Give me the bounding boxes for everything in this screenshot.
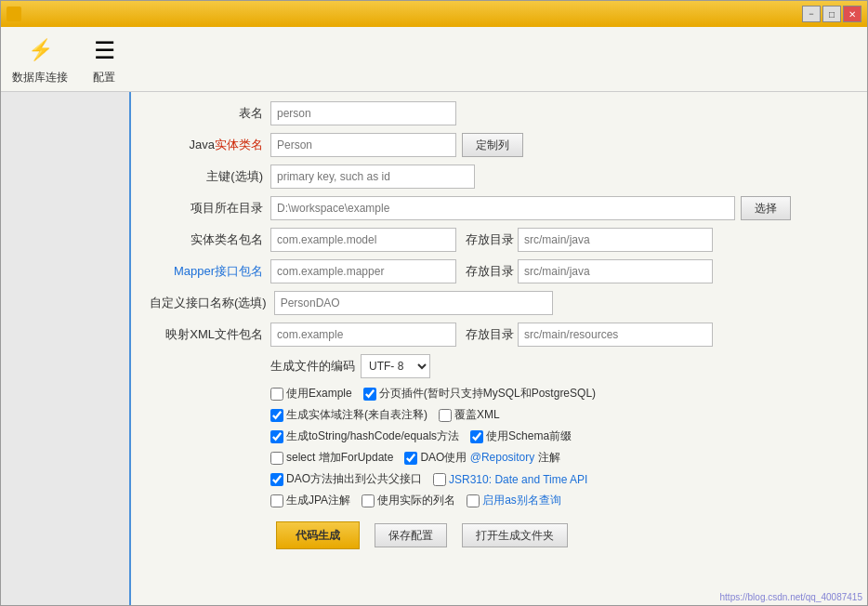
jsr310-item: JSR310: Date and Time API: [433, 473, 587, 486]
tostring-checkbox[interactable]: [270, 430, 283, 443]
encoding-select[interactable]: UTF- 8 GBK GB2312: [361, 354, 430, 378]
pagination-checkbox[interactable]: [363, 388, 376, 401]
alias-query-checkbox[interactable]: [467, 494, 480, 507]
app-icon: [7, 7, 21, 21]
dao-abstract-label: DAO方法抽出到公共父接口: [286, 471, 422, 487]
checkbox-row-6: 生成JPA注解 使用实际的列名 启用as别名查询: [270, 493, 848, 508]
use-schema-item: 使用Schema前缀: [470, 428, 572, 444]
minimize-button[interactable]: －: [802, 6, 821, 22]
use-example-item: 使用Example: [270, 386, 352, 402]
project-dir-input[interactable]: [270, 196, 735, 220]
title-bar: － □ ✕: [1, 1, 867, 27]
checkbox-row-1: 使用Example 分页插件(暂时只支持MySQL和PostgreSQL): [270, 386, 848, 402]
select-forupdate-label: select 增加ForUpdate: [286, 450, 393, 466]
main-window: － □ ✕ ⚡ 数据库连接 ☰ 配置 表名 Jav: [0, 0, 868, 606]
jsr310-checkbox[interactable]: [433, 473, 446, 486]
dao-abstract-item: DAO方法抽出到公共父接口: [270, 471, 422, 487]
mapper-save-label: 存放目录: [466, 263, 514, 280]
xml-package-input[interactable]: [270, 323, 456, 347]
cover-xml-label: 覆盖XML: [454, 407, 500, 423]
actual-cols-item: 使用实际的列名: [362, 493, 455, 508]
java-class-label: Java实体类名: [150, 137, 270, 153]
entity-comment-checkbox[interactable]: [270, 409, 283, 422]
entity-comment-label: 生成实体域注释(来自表注释): [286, 407, 427, 423]
custom-dao-row: 自定义接口名称(选填): [150, 291, 848, 315]
primary-key-label: 主键(选填): [150, 168, 270, 185]
generate-button[interactable]: 代码生成: [276, 521, 360, 549]
java-class-row: Java实体类名 定制列: [150, 133, 848, 157]
close-button[interactable]: ✕: [843, 6, 861, 22]
main-content: 表名 Java实体类名 定制列 主键(选填) 项目所在目录 选择: [1, 92, 867, 605]
toolbar-db-connect[interactable]: ⚡ 数据库连接: [12, 33, 68, 86]
select-forupdate-checkbox[interactable]: [270, 452, 283, 465]
custom-dao-label: 自定义接口名称(选填): [150, 295, 274, 311]
open-folder-button[interactable]: 打开生成文件夹: [462, 523, 568, 547]
select-forupdate-item: select 增加ForUpdate: [270, 450, 393, 466]
toolbar: ⚡ 数据库连接 ☰ 配置: [1, 27, 867, 92]
dao-repository-item: DAO使用 @Repository 注解: [404, 450, 559, 466]
use-example-label: 使用Example: [286, 386, 352, 402]
encoding-label: 生成文件的编码: [270, 358, 355, 375]
table-name-row: 表名: [150, 101, 848, 125]
xml-package-row: 映射XML文件包名 存放目录: [150, 323, 848, 347]
gen-jpa-item: 生成JPA注解: [270, 493, 350, 508]
java-class-input[interactable]: [270, 133, 456, 157]
use-example-checkbox[interactable]: [270, 388, 283, 401]
mapper-save-input[interactable]: [518, 259, 713, 283]
jsr310-label: JSR310: Date and Time API: [449, 473, 587, 486]
alias-query-item: 启用as别名查询: [467, 493, 561, 508]
encoding-row: 生成文件的编码 UTF- 8 GBK GB2312: [150, 354, 848, 378]
alias-query-label: 启用as别名查询: [482, 493, 561, 508]
primary-key-input[interactable]: [270, 165, 475, 189]
gen-jpa-label: 生成JPA注解: [286, 493, 350, 508]
cover-xml-item: 覆盖XML: [439, 407, 500, 423]
mapper-package-row: Mapper接口包名 存放目录: [150, 259, 848, 283]
toolbar-config[interactable]: ☰ 配置: [86, 33, 122, 86]
project-dir-label: 项目所在目录: [150, 200, 270, 217]
title-controls: － □ ✕: [802, 6, 861, 22]
toolbar-db-connect-label: 数据库连接: [12, 70, 68, 86]
actual-cols-checkbox[interactable]: [362, 494, 375, 507]
entity-package-input[interactable]: [270, 228, 456, 252]
pagination-label: 分页插件(暂时只支持MySQL和PostgreSQL): [379, 386, 596, 402]
gen-jpa-checkbox[interactable]: [270, 494, 283, 507]
table-name-label: 表名: [150, 105, 270, 122]
xml-save-input[interactable]: [518, 323, 713, 347]
entity-package-row: 实体类名包名 存放目录: [150, 228, 848, 252]
dao-abstract-checkbox[interactable]: [270, 473, 283, 486]
toolbar-config-label: 配置: [93, 70, 115, 86]
cover-xml-checkbox[interactable]: [439, 409, 452, 422]
checkbox-area: 使用Example 分页插件(暂时只支持MySQL和PostgreSQL) 生成…: [150, 386, 848, 508]
tostring-label: 生成toString/hashCode/equals方法: [286, 428, 459, 444]
mapper-package-label: Mapper接口包名: [150, 263, 270, 280]
footer-buttons: 代码生成 保存配置 打开生成文件夹: [150, 514, 848, 557]
pagination-item: 分页插件(暂时只支持MySQL和PostgreSQL): [363, 386, 596, 402]
custom-dao-input[interactable]: [274, 291, 553, 315]
table-name-input[interactable]: [270, 101, 456, 125]
project-dir-browse-button[interactable]: 选择: [741, 196, 791, 220]
mapper-package-input[interactable]: [270, 259, 456, 283]
checkbox-row-3: 生成toString/hashCode/equals方法 使用Schema前缀: [270, 428, 848, 444]
config-icon: ☰: [86, 33, 122, 68]
use-schema-checkbox[interactable]: [470, 430, 483, 443]
tostring-item: 生成toString/hashCode/equals方法: [270, 428, 459, 444]
sidebar: [1, 92, 131, 605]
entity-comment-item: 生成实体域注释(来自表注释): [270, 407, 427, 423]
entity-save-input[interactable]: [518, 228, 713, 252]
save-config-button[interactable]: 保存配置: [375, 523, 447, 547]
db-connect-icon: ⚡: [22, 33, 58, 68]
watermark: https://blog.csdn.net/qq_40087415: [720, 592, 862, 602]
actual-cols-label: 使用实际的列名: [377, 493, 455, 508]
project-dir-row: 项目所在目录 选择: [150, 196, 848, 220]
title-bar-left: [7, 7, 21, 21]
checkbox-row-5: DAO方法抽出到公共父接口 JSR310: Date and Time API: [270, 471, 848, 487]
customize-col-button[interactable]: 定制列: [462, 133, 523, 157]
xml-package-label: 映射XML文件包名: [150, 326, 270, 343]
use-schema-label: 使用Schema前缀: [486, 428, 572, 444]
dao-repository-checkbox[interactable]: [404, 452, 417, 465]
maximize-button[interactable]: □: [822, 6, 841, 22]
dao-repository-label: DAO使用 @Repository 注解: [420, 450, 559, 466]
xml-save-label: 存放目录: [466, 326, 514, 343]
entity-package-label: 实体类名包名: [150, 231, 270, 248]
primary-key-row: 主键(选填): [150, 165, 848, 189]
